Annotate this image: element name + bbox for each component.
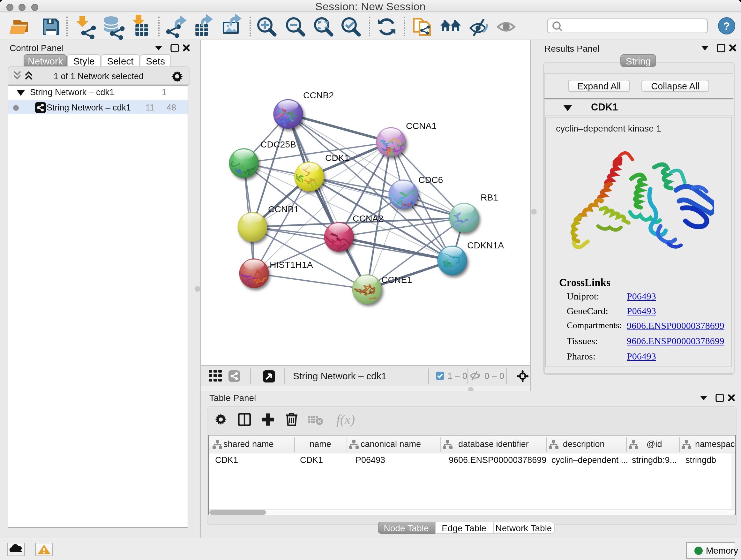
svg-text:CCNA1: CCNA1 [406,121,436,131]
svg-text:0 – 0: 0 – 0 [484,371,504,381]
svg-text:HIST1H1A: HIST1H1A [270,260,313,270]
svg-text:CDC25B: CDC25B [260,139,296,149]
svg-text:CDKN1A: CDKN1A [467,240,504,250]
svg-text:RB1: RB1 [481,192,498,202]
svg-text:String Network – cdk1: String Network – cdk1 [293,371,387,381]
svg-text:CCNA2: CCNA2 [353,213,383,224]
svg-text:1 – 0: 1 – 0 [448,371,467,381]
svg-text:CCNB1: CCNB1 [268,204,299,214]
svg-text:CCNB2: CCNB2 [303,90,334,100]
svg-text:CDK1: CDK1 [325,152,349,163]
svg-text:?: ? [724,20,730,32]
svg-text:f(x): f(x) [336,412,355,427]
svg-text:CDC6: CDC6 [418,175,443,185]
svg-text:CCNE1: CCNE1 [381,274,412,285]
